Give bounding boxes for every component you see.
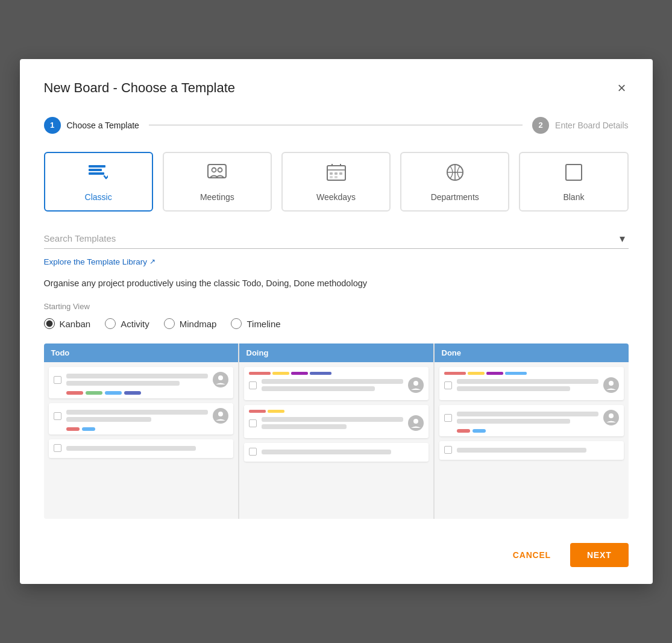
- avatar: [408, 377, 424, 393]
- card-checkbox: [249, 419, 257, 427]
- search-input[interactable]: [44, 228, 629, 249]
- card-checkbox: [249, 381, 257, 389]
- svg-point-4: [212, 168, 216, 172]
- board-body-done: [435, 362, 629, 519]
- next-button[interactable]: NEXT: [570, 543, 629, 567]
- board-card: [49, 439, 233, 458]
- avatar: [408, 415, 424, 431]
- template-card-blank[interactable]: Blank: [519, 152, 628, 212]
- avatar: [603, 410, 619, 425]
- board-card: [49, 367, 233, 398]
- board-body-doing: [239, 362, 433, 519]
- meetings-label: Meetings: [200, 192, 234, 202]
- search-area: ▾: [44, 228, 629, 249]
- stepper: 1 Choose a Template 2 Enter Board Detail…: [44, 117, 629, 134]
- modal-title: New Board - Choose a Template: [44, 80, 236, 96]
- radio-mindmap[interactable]: Mindmap: [164, 318, 217, 329]
- step-2-circle: 2: [532, 117, 549, 134]
- board-card: [49, 403, 233, 434]
- svg-rect-11: [334, 172, 338, 175]
- svg-point-24: [609, 381, 614, 386]
- radio-kanban[interactable]: Kanban: [44, 318, 91, 329]
- card-checkbox: [54, 412, 61, 420]
- step-1-label: Choose a Template: [67, 121, 139, 130]
- modal-header: New Board - Choose a Template ×: [44, 78, 629, 98]
- template-card-meetings[interactable]: Meetings: [163, 152, 272, 212]
- stepper-line: [149, 125, 523, 125]
- close-button[interactable]: ×: [615, 78, 628, 98]
- board-header-doing: Doing: [239, 343, 433, 362]
- svg-point-5: [218, 168, 222, 172]
- classic-label: Classic: [85, 192, 112, 202]
- svg-rect-3: [208, 165, 226, 178]
- step-1: 1 Choose a Template: [44, 117, 139, 134]
- svg-rect-12: [339, 172, 342, 175]
- radio-timeline[interactable]: Timeline: [231, 318, 280, 329]
- card-checkbox: [249, 448, 257, 456]
- kanban-label: Kanban: [60, 319, 91, 329]
- board-col-todo: Todo: [44, 343, 238, 519]
- starting-view-label: Starting View: [44, 302, 629, 311]
- svg-point-21: [218, 412, 223, 416]
- svg-rect-19: [566, 165, 582, 180]
- board-card: [439, 367, 624, 400]
- avatar: [213, 408, 228, 424]
- classic-icon: [89, 164, 108, 185]
- board-card: [439, 405, 624, 436]
- radio-activity[interactable]: Activity: [105, 318, 149, 329]
- board-card: [244, 443, 429, 462]
- modal-dialog: New Board - Choose a Template × 1 Choose…: [20, 59, 653, 585]
- departments-icon: [445, 164, 465, 185]
- template-description: Organise any project productively using …: [44, 277, 629, 290]
- card-checkbox: [444, 414, 452, 422]
- svg-point-20: [218, 375, 223, 380]
- mindmap-label: Mindmap: [180, 319, 217, 329]
- template-library-link[interactable]: Explore the Template Library ↗: [44, 257, 156, 266]
- departments-label: Departments: [431, 192, 479, 202]
- svg-rect-10: [330, 172, 333, 175]
- svg-rect-0: [89, 165, 105, 168]
- step-1-circle: 1: [44, 117, 61, 134]
- template-cards: Classic Meetings: [44, 152, 629, 212]
- template-card-weekdays[interactable]: Weekdays: [281, 152, 391, 212]
- card-checkbox: [444, 446, 452, 454]
- meetings-icon: [207, 164, 227, 185]
- board-body-todo: [44, 362, 238, 519]
- preview-boards: Todo: [44, 343, 629, 519]
- avatar: [213, 372, 228, 387]
- modal-footer: CANCEL NEXT: [44, 538, 629, 567]
- radio-group: Kanban Activity Mindmap Timeline: [44, 318, 629, 329]
- cancel-button[interactable]: CANCEL: [501, 544, 563, 566]
- card-checkbox: [444, 381, 452, 389]
- modal-backdrop: New Board - Choose a Template × 1 Choose…: [0, 0, 672, 643]
- weekdays-icon: [327, 164, 346, 185]
- card-checkbox: [54, 376, 61, 384]
- board-card: [244, 367, 429, 400]
- svg-rect-13: [330, 176, 333, 178]
- board-card: [244, 405, 429, 438]
- board-header-todo: Todo: [44, 343, 238, 362]
- board-header-done: Done: [435, 343, 629, 362]
- svg-rect-2: [89, 172, 104, 175]
- step-2-label: Enter Board Details: [555, 121, 628, 130]
- step-2: 2 Enter Board Details: [532, 117, 628, 134]
- avatar: [603, 377, 619, 393]
- blank-icon: [565, 164, 582, 185]
- svg-rect-1: [89, 169, 102, 171]
- template-card-classic[interactable]: Classic: [44, 152, 153, 212]
- external-link-icon: ↗: [149, 257, 155, 266]
- board-col-doing: Doing: [238, 343, 433, 519]
- weekdays-label: Weekdays: [316, 192, 356, 202]
- board-col-done: Done: [433, 343, 629, 519]
- timeline-label: Timeline: [247, 319, 280, 329]
- blank-label: Blank: [563, 192, 584, 202]
- svg-point-23: [413, 419, 418, 424]
- template-card-departments[interactable]: Departments: [400, 152, 509, 212]
- svg-point-22: [413, 381, 418, 386]
- card-checkbox: [54, 444, 61, 452]
- svg-point-25: [609, 413, 614, 418]
- board-card: [439, 441, 624, 460]
- svg-rect-14: [334, 176, 338, 178]
- activity-label: Activity: [121, 319, 149, 329]
